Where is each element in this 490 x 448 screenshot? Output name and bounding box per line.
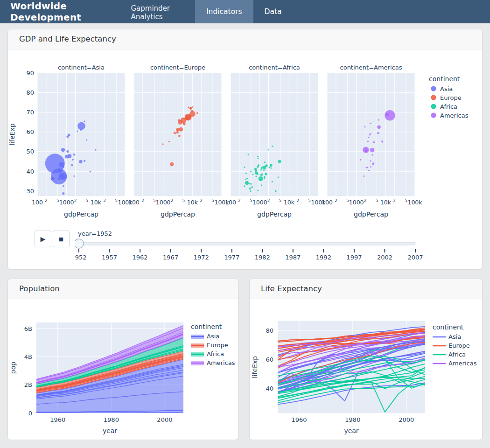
bubble-el-salvador (370, 160, 371, 161)
bubble-eritrea (245, 179, 246, 180)
bubble-namibia (270, 167, 272, 168)
svg-text:2: 2 (267, 198, 270, 203)
year-slider[interactable]: year=19521952195719621967197219771982198… (75, 231, 425, 265)
bubble-burundi (245, 173, 247, 174)
svg-text:1000: 1000 (156, 199, 171, 206)
bubble-somalia (261, 184, 262, 186)
svg-text:Asia: Asia (440, 85, 453, 92)
bubble-croatia (177, 129, 179, 131)
bubble-denmark (191, 110, 193, 112)
bubble-central-african-republic (260, 180, 261, 181)
scatter-facet-africa (231, 73, 318, 196)
svg-text:1977: 1977 (224, 254, 239, 261)
svg-text:80: 80 (26, 89, 34, 96)
bubble-paraguay (364, 126, 365, 127)
facet-title: continent=Africa (249, 64, 300, 71)
svg-text:Europe: Europe (448, 342, 470, 349)
bubble-cambodia (53, 172, 55, 174)
bubble-venezuela (381, 140, 383, 142)
bubble-burkina-faso (251, 186, 253, 188)
bubble-ghana (258, 164, 259, 166)
svg-text:2: 2 (335, 198, 337, 203)
tab-indicators[interactable]: Indicators (195, 0, 253, 23)
chart-legend: continentAsiaEuropeAfricaAmericas (191, 323, 235, 366)
bubble-morocco (265, 164, 268, 167)
svg-text:5: 5 (211, 198, 214, 203)
svg-text:1960: 1960 (291, 416, 307, 423)
slider-track[interactable] (79, 242, 415, 245)
bubble-chile (373, 141, 375, 144)
bubble-angola (275, 190, 277, 192)
life-expectancy-line-chart[interactable]: 196019802000yearlifeExp406080continentAs… (250, 299, 482, 439)
nav-tabs: Indicators Data (195, 0, 293, 23)
svg-text:Africa: Africa (448, 351, 466, 358)
gdp-life-figure-wrap: lifeExp30405060708090continent=Asia10010… (8, 49, 482, 265)
svg-text:2: 2 (364, 198, 367, 203)
svg-text:5: 5 (153, 198, 156, 203)
svg-text:10k: 10k (380, 199, 392, 206)
bubble-korea-rep- (65, 154, 69, 158)
scatter-legend: continentAsiaEuropeAfricaAmericas (429, 75, 469, 119)
bubble-swaziland (261, 168, 262, 169)
bubble-ecuador (371, 154, 373, 155)
x-axis-title: year (344, 427, 358, 434)
bubble-bosnia-and-herzegovina (162, 143, 163, 145)
animation-controls: ▶ ■ year=1952195219571962196719721977198… (8, 231, 482, 265)
svg-text:Americas: Americas (207, 359, 235, 366)
bubble-comoros (260, 169, 262, 171)
bubble-slovak-republic (183, 122, 184, 124)
bubble-rwanda (250, 171, 252, 172)
svg-text:60: 60 (266, 356, 273, 363)
stop-button[interactable]: ■ (53, 231, 70, 247)
bubble-japan (77, 122, 85, 130)
svg-text:100k: 100k (407, 199, 422, 206)
svg-text:Asia: Asia (207, 333, 219, 340)
play-button[interactable]: ▶ (35, 231, 51, 247)
bubble-vietnam (58, 168, 62, 173)
bubble-sweden (189, 107, 192, 110)
bubble-cote-d-ivoire (263, 169, 265, 171)
gdp-life-scatter-chart[interactable]: lifeExp30405060708090continent=Asia10010… (8, 63, 476, 226)
svg-text:Americas: Americas (440, 112, 469, 119)
population-card-title: Population (8, 279, 238, 299)
svg-text:1997: 1997 (346, 254, 362, 261)
bubble-nicaragua (370, 166, 371, 168)
scatter-x-axis-title: gdpPercap (64, 210, 98, 218)
bubble-tunisia (264, 161, 265, 163)
svg-text:1952: 1952 (75, 254, 87, 261)
svg-text:5: 5 (250, 198, 252, 203)
svg-text:2B: 2B (24, 381, 32, 388)
bubble-afghanistan (62, 192, 64, 195)
bubble-gabon (278, 176, 279, 178)
tab-data[interactable]: Data (253, 0, 293, 23)
y-axis-title: lifeExp (251, 356, 259, 378)
bubble-thailand (61, 148, 65, 152)
bubble-benin (260, 174, 261, 175)
svg-text:10k: 10k (187, 199, 198, 206)
population-area-chart[interactable]: 196019802000yearpop02B4B6BcontinentAsiaE… (8, 299, 238, 439)
bubble-djibouti (272, 181, 273, 182)
facet-title: continent=Europe (150, 64, 205, 71)
bubble-sierra-leone (258, 190, 259, 191)
svg-text:5: 5 (405, 198, 407, 203)
bubble-iraq (84, 160, 85, 162)
svg-text:5: 5 (279, 198, 282, 203)
bubble-greece (178, 119, 181, 121)
bubble-switzerland (196, 112, 198, 114)
bubble-yemen-rep- (63, 185, 64, 187)
bubble-nepal (57, 178, 60, 180)
bubble-uruguay (378, 119, 379, 120)
bubble-equatorial-guinea (246, 182, 248, 183)
svg-text:1962: 1962 (133, 254, 148, 261)
svg-text:Europe: Europe (207, 342, 228, 349)
bubble-sri-lanka (66, 135, 69, 138)
bubble-liberia (252, 174, 253, 175)
bubble-malawi (246, 178, 248, 179)
bubble-south-africa (278, 160, 281, 163)
svg-text:2: 2 (45, 198, 48, 203)
slider-handle[interactable] (75, 239, 84, 248)
bubble-costa-rica (368, 137, 369, 138)
svg-text:2: 2 (296, 198, 299, 203)
svg-text:70: 70 (26, 109, 34, 116)
scatter-y-axis-title: lifeExp (8, 123, 16, 145)
